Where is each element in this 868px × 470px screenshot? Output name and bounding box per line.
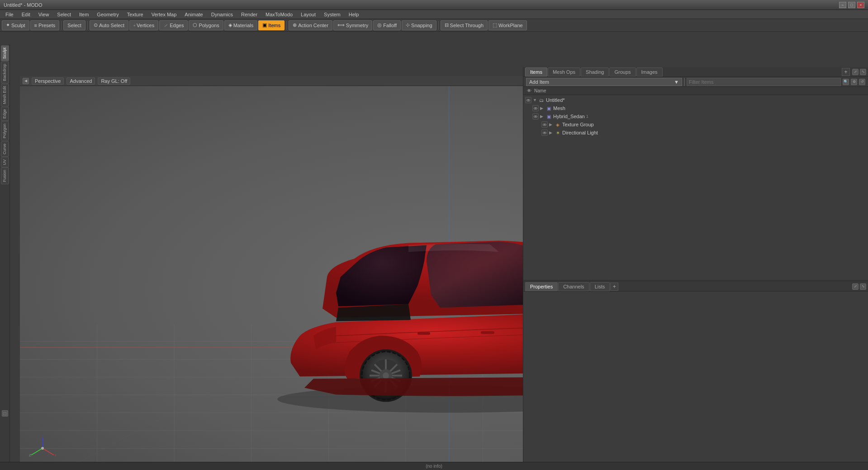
menu-geometry[interactable]: Geometry xyxy=(93,11,122,18)
minimize-button[interactable]: − xyxy=(839,2,846,8)
menu-select[interactable]: Select xyxy=(53,11,75,18)
sculpt-button[interactable]: ✦ Sculpt xyxy=(2,20,29,30)
viewport-expand-btn[interactable]: ◀ xyxy=(23,78,29,84)
eye-untitled[interactable] xyxy=(525,97,531,103)
sidebar-item-backdrop[interactable]: Backdrop xyxy=(1,62,9,83)
presets-icon: ≡ xyxy=(34,23,37,28)
tab-channels[interactable]: Channels xyxy=(558,282,589,291)
eye-hybrid-sedan[interactable] xyxy=(532,113,539,120)
symmetry-button[interactable]: ⟺ Symmetry xyxy=(333,20,373,30)
menu-system[interactable]: System xyxy=(320,11,344,18)
filter-items-input[interactable] xyxy=(687,78,841,86)
workplane-button[interactable]: ⬚ WorkPlane xyxy=(489,20,527,30)
menu-maxtomodo[interactable]: MaxToModo xyxy=(262,11,296,18)
tab-shading[interactable]: Shading xyxy=(581,67,609,77)
sidebar-item-polygon[interactable]: Polygon xyxy=(1,121,9,141)
viewport-perspective-label[interactable]: Perspective xyxy=(32,77,64,85)
menu-texture[interactable]: Texture xyxy=(123,11,147,18)
tab-properties[interactable]: Properties xyxy=(525,282,558,291)
props-icon-1[interactable]: ⤢ xyxy=(852,283,859,290)
menu-view[interactable]: View xyxy=(35,11,53,18)
sculpt-icon: ✦ xyxy=(6,22,10,28)
viewport-render-label[interactable]: Ray GL: Off xyxy=(98,77,130,85)
menu-file[interactable]: File xyxy=(2,11,17,18)
sidebar-item-fusion[interactable]: Fusion xyxy=(1,168,9,184)
eye-texture-group[interactable] xyxy=(541,121,548,128)
arrow-hybrid-sedan: ▶ xyxy=(540,114,545,119)
eye-directional-light[interactable] xyxy=(541,129,548,136)
menu-item[interactable]: Item xyxy=(76,11,92,18)
properties-content xyxy=(523,292,868,470)
tree-item-mesh[interactable]: ▶ ▣ Mesh xyxy=(523,104,868,112)
sidebar-item-uv[interactable]: UV xyxy=(1,157,9,168)
materials-button[interactable]: ◈ Materials xyxy=(224,20,258,30)
select-through-button[interactable]: ⊟ Select Through xyxy=(441,20,488,30)
symmetry-icon: ⟺ xyxy=(337,22,345,28)
info-bar: (no info) xyxy=(0,462,868,470)
polygons-button[interactable]: ⬡ Polygons xyxy=(189,20,223,30)
vertices-button[interactable]: ◦ Vertices xyxy=(129,20,158,30)
menu-bar: File Edit View Select Item Geometry Text… xyxy=(0,10,868,19)
action-center-button[interactable]: ⊕ Action Center xyxy=(289,20,332,30)
icon-directional-light: ☀ xyxy=(555,129,561,136)
tab-mesh-ops[interactable]: Mesh Ops xyxy=(548,67,580,77)
tab-lists[interactable]: Lists xyxy=(590,282,610,291)
add-item-button[interactable]: Add Item ▼ xyxy=(526,78,682,86)
sidebar-item-curve[interactable]: Curve xyxy=(1,141,9,157)
svg-rect-61 xyxy=(481,331,494,334)
tree-item-untitled[interactable]: ▼ 🗂 Untitled* xyxy=(523,96,868,104)
menu-edit[interactable]: Edit xyxy=(18,11,34,18)
panel-settings-icon[interactable]: ⚙ xyxy=(851,79,857,85)
icon-untitled: 🗂 xyxy=(538,97,545,103)
materials-icon: ◈ xyxy=(228,22,232,28)
items-icon: ▣ xyxy=(262,22,267,28)
menu-vertex-map[interactable]: Vertex Map xyxy=(148,11,180,18)
tab-items[interactable]: Items xyxy=(525,67,547,77)
sep xyxy=(684,78,685,86)
viewport-toggle-btn[interactable]: ⬚ xyxy=(2,410,8,417)
sidebar-item-edge[interactable]: Edge xyxy=(1,107,9,121)
tree-item-hybrid-sedan[interactable]: ▶ ▣ Hybrid_Sedan 1 xyxy=(523,112,868,120)
sidebar-item-mesh-edit[interactable]: Mesh Edit xyxy=(1,84,9,106)
tree-item-directional-light[interactable]: ▶ ☀ Directional Light xyxy=(523,129,868,137)
name-directional-light: Directional Light xyxy=(562,130,598,135)
eye-mesh[interactable] xyxy=(532,105,539,111)
panel-icon-2[interactable]: ⤡ xyxy=(860,69,866,75)
menu-dynamics[interactable]: Dynamics xyxy=(208,11,237,18)
select-mode-button[interactable]: Select xyxy=(63,20,85,30)
items-button[interactable]: ▣ Items xyxy=(258,20,285,30)
tree-item-texture-group[interactable]: ▶ ◈ Texture Group xyxy=(523,120,868,129)
add-props-tab[interactable]: + xyxy=(610,283,618,291)
menu-animate[interactable]: Animate xyxy=(181,11,206,18)
auto-select-button[interactable]: ⊙ Auto Select xyxy=(90,20,128,30)
menu-help[interactable]: Help xyxy=(345,11,363,18)
sep-4 xyxy=(438,21,439,30)
title-bar: Untitled* - MODO − □ × xyxy=(0,0,868,10)
menu-render[interactable]: Render xyxy=(237,11,261,18)
menu-layout[interactable]: Layout xyxy=(297,11,319,18)
edges-button[interactable]: ⟋ Edges xyxy=(159,20,188,30)
name-texture-group: Texture Group xyxy=(562,122,594,127)
svg-point-72 xyxy=(41,447,44,450)
icon-texture-group: ◈ xyxy=(555,121,561,128)
presets-button[interactable]: ≡ Presets xyxy=(30,20,60,30)
filter-search-icon[interactable]: 🔍 xyxy=(843,79,849,85)
add-tab-button[interactable]: + xyxy=(842,68,850,76)
name-col-header: Name xyxy=(534,88,546,93)
close-button[interactable]: × xyxy=(857,2,864,8)
viewport-mode-label[interactable]: Advanced xyxy=(66,77,95,85)
panel-refresh-icon[interactable]: ↺ xyxy=(859,79,865,85)
main-area: Sculpt Backdrop Mesh Edit Edge Polygon C… xyxy=(0,44,868,462)
svg-text:X: X xyxy=(55,453,56,457)
snapping-button[interactable]: ⊹ Snapping xyxy=(402,20,436,30)
sidebar-item-sculpt[interactable]: Sculpt xyxy=(1,45,9,61)
tab-groups[interactable]: Groups xyxy=(609,67,636,77)
viewport-toggle: ⬚ xyxy=(0,410,9,417)
panel-icon-1[interactable]: ⤢ xyxy=(852,69,859,75)
tab-images[interactable]: Images xyxy=(636,67,663,77)
svg-line-66 xyxy=(43,448,54,455)
items-tree: ▼ 🗂 Untitled* ▶ ▣ Mesh ▶ ▣ Hybrid_Sedan … xyxy=(523,95,868,280)
maximize-button[interactable]: □ xyxy=(848,2,855,8)
props-icon-2[interactable]: ⤡ xyxy=(860,283,866,290)
falloff-button[interactable]: ◎ Falloff xyxy=(373,20,401,30)
